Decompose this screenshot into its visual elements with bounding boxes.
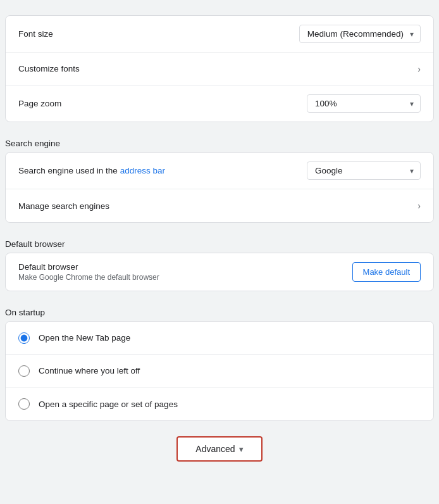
search-engine-section: Search engine Search engine used in the … <box>0 132 439 223</box>
customize-fonts-label: Customize fonts <box>18 64 80 73</box>
default-browser-card: Default browser Make Google Chrome the d… <box>5 253 434 291</box>
startup-option-1-row[interactable]: Open the New Tab page <box>6 322 433 355</box>
page-zoom-row: Page zoom 100% ▾ <box>6 85 433 122</box>
startup-option-3-label: Open a specific page or set of pages <box>39 400 178 409</box>
default-browser-text-block: Default browser Make Google Chrome the d… <box>18 262 159 282</box>
startup-option-2-row[interactable]: Continue where you left off <box>6 355 433 387</box>
page-zoom-dropdown[interactable]: 100% ▾ <box>307 94 421 113</box>
page-zoom-chevron-icon: ▾ <box>410 99 414 108</box>
font-size-row: Font size Medium (Recommended) ▾ <box>6 16 433 53</box>
startup-option-2-label: Continue where you left off <box>39 366 140 375</box>
on-startup-section: On startup Open the New Tab page Continu… <box>0 301 439 421</box>
font-size-chevron-icon: ▾ <box>410 30 414 39</box>
font-size-value: Medium (Recommended) <box>307 29 404 39</box>
on-startup-header: On startup <box>0 301 439 321</box>
font-size-dropdown[interactable]: Medium (Recommended) ▾ <box>299 25 421 43</box>
advanced-button[interactable]: Advanced ▾ <box>176 436 262 462</box>
customize-fonts-chevron-icon: › <box>417 64 421 74</box>
advanced-container: Advanced ▾ <box>0 436 439 462</box>
manage-search-engines-label: Manage search engines <box>18 201 109 211</box>
advanced-chevron-icon: ▾ <box>239 444 244 454</box>
search-engine-value: Google <box>315 166 343 175</box>
startup-radio-2[interactable] <box>18 365 30 377</box>
make-default-button[interactable]: Make default <box>352 262 421 282</box>
default-browser-row: Default browser Make Google Chrome the d… <box>6 253 433 291</box>
default-browser-subtitle: Make Google Chrome the default browser <box>18 273 159 282</box>
search-engine-row: Search engine used in the address bar Go… <box>6 153 433 189</box>
default-browser-section: Default browser Default browser Make Goo… <box>0 233 439 291</box>
search-engine-dropdown[interactable]: Google ▾ <box>307 161 421 180</box>
settings-page: Font size Medium (Recommended) ▾ Customi… <box>0 0 439 504</box>
advanced-button-label: Advanced <box>195 444 235 454</box>
search-engine-header: Search engine <box>0 132 439 152</box>
startup-option-3-row[interactable]: Open a specific page or set of pages <box>6 387 433 420</box>
address-bar-link[interactable]: address bar <box>120 166 165 175</box>
search-engine-card: Search engine used in the address bar Go… <box>5 152 434 223</box>
page-zoom-value: 100% <box>315 99 337 108</box>
default-browser-title: Default browser <box>18 262 159 272</box>
customize-fonts-row[interactable]: Customize fonts › <box>6 53 433 85</box>
startup-option-1-label: Open the New Tab page <box>39 333 130 343</box>
manage-search-engines-row[interactable]: Manage search engines › <box>6 189 433 222</box>
startup-radio-1[interactable] <box>18 332 30 344</box>
search-engine-row-label: Search engine used in the address bar <box>18 166 165 175</box>
appearance-card: Font size Medium (Recommended) ▾ Customi… <box>5 15 434 122</box>
default-browser-header: Default browser <box>0 233 439 253</box>
page-zoom-label: Page zoom <box>18 99 61 108</box>
search-engine-chevron-icon: ▾ <box>410 167 414 175</box>
on-startup-card: Open the New Tab page Continue where you… <box>5 321 434 421</box>
font-size-label: Font size <box>18 29 53 39</box>
startup-radio-3[interactable] <box>18 398 30 410</box>
manage-search-engines-chevron-icon: › <box>417 201 421 211</box>
